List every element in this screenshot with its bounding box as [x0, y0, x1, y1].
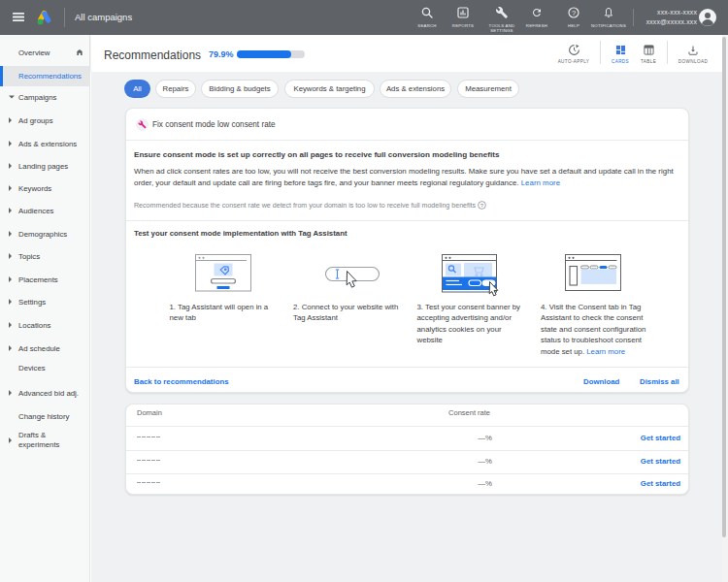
svg-text:?: ?: [572, 9, 576, 17]
svg-text:?: ?: [480, 202, 484, 208]
